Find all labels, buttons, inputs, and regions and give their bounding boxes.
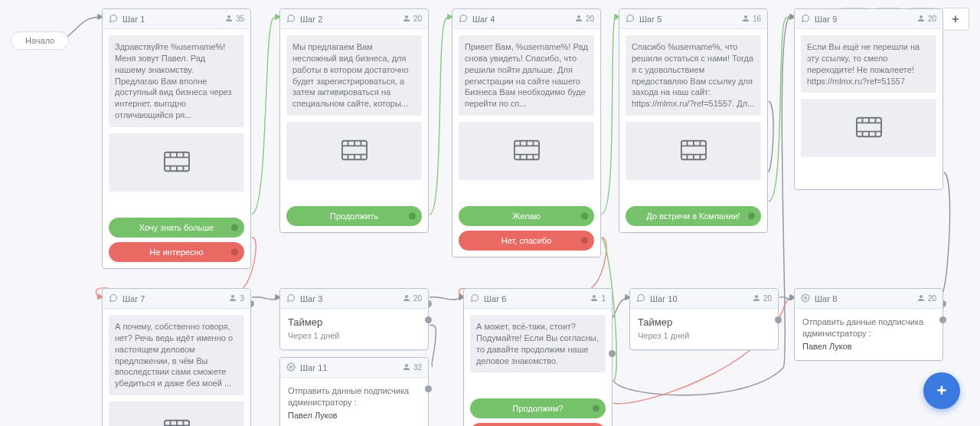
start-node[interactable]: Начало	[11, 31, 69, 50]
connector-port-icon[interactable]	[581, 238, 588, 244]
step-card-s1[interactable]: Шаг 135Здравствуйте %username%! Меня зов…	[102, 8, 251, 269]
step-card-s5[interactable]: Шаг 516Спасибо %username%, что решили ос…	[619, 8, 768, 233]
step-message: А почему, собственно говоря, нет? Речь в…	[109, 315, 244, 395]
step-header[interactable]: Шаг 135	[103, 9, 250, 29]
button-label: Нет, спасибо	[501, 236, 551, 245]
step-message: А может, всё-таки, стоит? Подумайте! Есл…	[470, 315, 606, 372]
connector-line	[430, 297, 464, 300]
connector-port-icon[interactable]	[231, 248, 238, 255]
step-button-red[interactable]: Нет, спасибо	[470, 423, 606, 426]
connector-port-icon[interactable]	[409, 213, 416, 220]
step-card-s3[interactable]: Шаг 320ТаймерЧерез 1 дней	[279, 288, 429, 350]
timer-title: Таймер	[288, 316, 420, 328]
subscriber-count: 20	[402, 14, 422, 25]
chat-icon	[470, 293, 479, 304]
user-icon	[402, 293, 411, 304]
film-icon	[341, 139, 368, 162]
step-message: Спасибо %username%, что решили остаться …	[626, 35, 761, 116]
connector-port-icon[interactable]	[939, 316, 946, 323]
step-message: Здравствуйте %username%! Меня зовут Паве…	[109, 35, 244, 127]
connector-port-icon[interactable]	[775, 316, 782, 323]
step-title: Шаг 7	[122, 294, 224, 303]
button-label: Не интересно	[149, 247, 203, 257]
add-step-fab[interactable]: +	[923, 372, 960, 409]
film-icon	[514, 139, 540, 162]
step-header[interactable]: Шаг 420	[452, 9, 600, 29]
step-header[interactable]: Шаг 73	[103, 289, 250, 309]
step-card-s9[interactable]: Шаг 920Если Вы ещё не перешли на эту ссы…	[794, 8, 943, 190]
step-button-green[interactable]: Продолжим?	[470, 398, 606, 418]
step-header[interactable]: Шаг 220	[280, 9, 428, 29]
user-icon	[916, 14, 926, 25]
chat-icon	[286, 14, 296, 25]
gear-icon	[801, 293, 810, 304]
user-icon	[402, 362, 411, 373]
connector-port-icon[interactable]	[748, 213, 755, 220]
film-icon	[164, 419, 190, 426]
connector-line	[779, 297, 795, 300]
subscriber-count: 35	[224, 14, 244, 25]
zoom-in-button[interactable]: +	[942, 8, 969, 31]
button-label: Продолжить	[330, 211, 378, 221]
admin-name: Павел Луков	[802, 342, 935, 351]
step-card-s6[interactable]: Шаг 61А может, всё-таки, стоит? Подумайт…	[463, 288, 612, 426]
step-button-red[interactable]: Нет, спасибо	[459, 231, 594, 251]
step-header[interactable]: Шаг 516	[619, 9, 767, 29]
step-card-s8[interactable]: Шаг 820Отправить данные подписчика админ…	[794, 288, 943, 361]
media-placeholder	[109, 401, 244, 426]
chat-icon	[286, 293, 296, 304]
connector-port-icon[interactable]	[425, 385, 432, 392]
connector-line	[602, 17, 619, 214]
step-button-green[interactable]: До встречи в Компании!	[626, 206, 761, 226]
step-header[interactable]: Шаг 320	[280, 289, 428, 309]
step-button-green[interactable]: Хочу знать больше	[109, 218, 244, 238]
step-title: Шаг 3	[300, 294, 397, 303]
media-placeholder	[459, 122, 594, 180]
step-button-green[interactable]: Продолжить	[286, 206, 422, 226]
chat-icon	[801, 14, 810, 25]
chat-icon	[459, 14, 468, 25]
connector-port-icon[interactable]	[593, 405, 599, 412]
step-header[interactable]: Шаг 820	[795, 289, 942, 309]
step-button-red[interactable]: Не интересно	[109, 242, 244, 262]
step-title: Шаг 2	[300, 15, 397, 24]
film-icon	[164, 151, 190, 174]
timer-subtitle: Через 1 дней	[288, 331, 420, 340]
step-title: Шаг 6	[484, 294, 585, 303]
subscriber-count: 20	[752, 293, 772, 304]
subscriber-count: 3	[228, 293, 244, 304]
step-card-s4[interactable]: Шаг 420Привет Вам, %username%! Рад снова…	[452, 8, 601, 257]
gear-icon	[286, 362, 296, 373]
step-card-s7[interactable]: Шаг 73А почему, собственно говоря, нет? …	[102, 288, 251, 426]
media-placeholder	[626, 122, 761, 180]
chat-icon	[109, 293, 118, 304]
user-icon	[224, 14, 234, 25]
svg-point-58	[290, 365, 292, 368]
connector-line	[942, 172, 950, 297]
step-message: Если Вы ещё не перешли на эту ссылку, то…	[801, 35, 936, 93]
connector-port-icon[interactable]	[581, 213, 588, 220]
connector-line	[252, 17, 280, 214]
step-title: Шаг 1	[122, 15, 220, 24]
step-card-s11[interactable]: Шаг 1132Отправить данные подписчика адми…	[279, 357, 429, 426]
step-card-s2[interactable]: Шаг 220Мы предлагаем Вам несложный вид б…	[279, 8, 429, 233]
connector-line	[430, 325, 436, 366]
admin-action-label: Отправить данные подписчика администрато…	[802, 316, 935, 340]
step-header[interactable]: Шаг 61	[464, 289, 612, 309]
chat-icon	[626, 14, 635, 25]
step-card-s10[interactable]: Шаг 1020ТаймерЧерез 1 дней	[629, 288, 779, 350]
user-icon	[402, 14, 411, 25]
step-header[interactable]: Шаг 920	[795, 9, 942, 29]
user-icon	[752, 293, 761, 304]
admin-name: Павел Луков	[288, 411, 420, 420]
connector-port-icon[interactable]	[231, 224, 238, 231]
connector-port-icon[interactable]	[609, 350, 616, 357]
step-header[interactable]: Шаг 1132	[280, 358, 428, 378]
subscriber-count: 32	[402, 362, 422, 373]
connector-line	[769, 101, 773, 172]
media-placeholder	[286, 122, 422, 180]
step-header[interactable]: Шаг 1020	[630, 289, 778, 309]
timer-title: Таймер	[638, 316, 770, 328]
connector-port-icon[interactable]	[425, 316, 432, 323]
step-button-green[interactable]: Желаю	[459, 206, 594, 226]
